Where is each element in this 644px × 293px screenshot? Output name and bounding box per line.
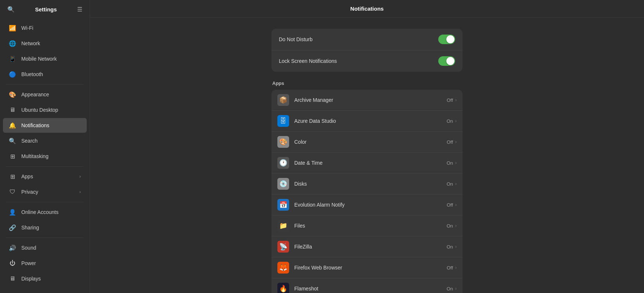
sidebar-item-online-accounts[interactable]: 👤Online Accounts (3, 205, 87, 219)
app-status-azure-data-studio: On (447, 118, 453, 124)
toggle-switch-lock-screen-notifications[interactable] (438, 56, 455, 66)
sidebar-item-label-bluetooth: Bluetooth (21, 71, 81, 77)
search-icon: 🔍 (9, 137, 16, 144)
sidebar: 🔍 Settings ☰ 📶Wi-Fi🌐Network📱Mobile Netwo… (0, 0, 90, 293)
app-status-row-flameshot: On› (447, 286, 457, 292)
displays-icon: 🖥 (9, 275, 16, 282)
app-row-filezilla[interactable]: 📡FileZillaOn› (271, 236, 463, 257)
sidebar-item-label-mobile-network: Mobile Network (21, 56, 81, 62)
sidebar-item-label-sound: Sound (21, 245, 81, 251)
sidebar-item-network[interactable]: 🌐Network (3, 36, 87, 51)
sidebar-item-label-network: Network (21, 40, 81, 46)
sidebar-divider (6, 202, 84, 202)
app-icon-color: 🎨 (277, 136, 289, 148)
sharing-icon: 🔗 (9, 224, 16, 231)
app-status-row-evolution-alarm-notify: Off› (447, 202, 457, 208)
app-chevron-firefox-web-browser: › (455, 265, 457, 270)
app-row-color[interactable]: 🎨ColorOff› (271, 131, 463, 152)
app-status-archive-manager: Off (447, 97, 453, 103)
app-name-archive-manager: Archive Manager (294, 97, 442, 103)
app-row-date-time[interactable]: 🕐Date & TimeOn› (271, 152, 463, 173)
mobile-icon: 📱 (9, 55, 16, 62)
ubuntu-icon: 🖥 (9, 106, 16, 114)
sidebar-item-sound[interactable]: 🔊Sound (3, 240, 87, 255)
apps-icon: ⊞ (9, 173, 16, 180)
sidebar-item-displays[interactable]: 🖥Displays (3, 271, 87, 286)
app-row-disks[interactable]: 💿DisksOn› (271, 173, 463, 194)
sidebar-item-power[interactable]: ⏻Power (3, 256, 87, 271)
apps-card: 📦Archive ManagerOff›🗄Azure Data StudioOn… (271, 90, 463, 293)
app-row-files[interactable]: 📁FilesOn› (271, 215, 463, 236)
sidebar-item-label-search: Search (21, 138, 81, 144)
app-chevron-date-time: › (455, 160, 457, 165)
sidebar-item-wifi[interactable]: 📶Wi-Fi (3, 21, 87, 35)
app-status-evolution-alarm-notify: Off (447, 202, 453, 208)
sidebar-nav: 📶Wi-Fi🌐Network📱Mobile Network🔵Bluetooth🎨… (0, 19, 90, 288)
app-icon-files: 📁 (277, 220, 289, 232)
sidebar-item-label-sharing: Sharing (21, 225, 81, 231)
sidebar-item-label-online-accounts: Online Accounts (21, 209, 81, 215)
sidebar-item-label-displays: Displays (21, 276, 81, 282)
sidebar-divider (6, 166, 84, 167)
app-status-firefox-web-browser: Off (447, 265, 453, 271)
main-content: Do Not DisturbLock Screen Notifications … (90, 18, 644, 293)
app-row-azure-data-studio[interactable]: 🗄Azure Data StudioOn› (271, 110, 463, 131)
app-row-archive-manager[interactable]: 📦Archive ManagerOff› (271, 90, 463, 110)
toggle-switch-do-not-disturb[interactable] (438, 35, 455, 44)
sidebar-item-multitasking[interactable]: ⊞Multitasking (3, 149, 87, 164)
sidebar-title: Settings (35, 6, 57, 12)
app-chevron-files: › (455, 223, 457, 228)
sidebar-item-search[interactable]: 🔍Search (3, 133, 87, 148)
app-name-filezilla: FileZilla (294, 244, 442, 250)
sidebar-item-apps[interactable]: ⊞Apps› (3, 169, 87, 184)
sidebar-item-label-ubuntu-desktop: Ubuntu Desktop (21, 107, 81, 113)
page-title: Notifications (350, 6, 384, 12)
app-status-row-firefox-web-browser: Off› (447, 265, 457, 271)
sidebar-divider (6, 84, 84, 85)
sidebar-item-bluetooth[interactable]: 🔵Bluetooth (3, 67, 87, 82)
sidebar-item-label-power: Power (21, 260, 81, 266)
app-chevron-flameshot: › (455, 286, 457, 291)
toggle-card: Do Not DisturbLock Screen Notifications (271, 29, 463, 72)
app-name-color: Color (294, 139, 442, 145)
app-status-row-filezilla: On› (447, 244, 457, 250)
app-name-date-time: Date & Time (294, 160, 442, 166)
app-status-row-date-time: On› (447, 160, 457, 166)
app-name-evolution-alarm-notify: Evolution Alarm Notify (294, 202, 442, 208)
toggle-label-do-not-disturb: Do Not Disturb (279, 36, 313, 42)
power-icon: ⏻ (9, 260, 16, 267)
search-icon[interactable]: 🔍 (6, 4, 16, 14)
toggle-row-lock-screen-notifications: Lock Screen Notifications (271, 50, 463, 72)
app-icon-flameshot: 🔥 (277, 283, 289, 293)
sidebar-item-privacy[interactable]: 🛡Privacy› (3, 185, 87, 199)
app-icon-disks: 💿 (277, 178, 289, 190)
bluetooth-icon: 🔵 (9, 71, 16, 78)
app-status-row-archive-manager: Off› (447, 97, 457, 103)
app-chevron-azure-data-studio: › (455, 118, 457, 124)
sidebar-item-appearance[interactable]: 🎨Appearance (3, 87, 87, 102)
sidebar-item-notifications[interactable]: 🔔Notifications (3, 118, 87, 133)
sidebar-item-ubuntu-desktop[interactable]: 🖥Ubuntu Desktop (3, 103, 87, 117)
app-chevron-archive-manager: › (455, 97, 457, 103)
app-chevron-disks: › (455, 181, 457, 186)
sidebar-divider (6, 237, 84, 238)
app-status-row-files: On› (447, 223, 457, 229)
app-row-flameshot[interactable]: 🔥FlameshotOn› (271, 278, 463, 293)
app-row-evolution-alarm-notify[interactable]: 📅Evolution Alarm NotifyOff› (271, 194, 463, 215)
sidebar-header: 🔍 Settings ☰ (0, 0, 90, 19)
menu-icon[interactable]: ☰ (76, 4, 84, 14)
app-icon-evolution-alarm-notify: 📅 (277, 199, 289, 211)
privacy-icon: 🛡 (9, 188, 16, 196)
toggle-label-lock-screen-notifications: Lock Screen Notifications (279, 58, 337, 64)
sidebar-item-label-notifications: Notifications (21, 122, 81, 128)
sidebar-item-sharing[interactable]: 🔗Sharing (3, 220, 87, 235)
chevron-right-icon: › (79, 174, 81, 179)
sidebar-item-mobile-network[interactable]: 📱Mobile Network (3, 51, 87, 66)
main-panel: Notifications Do Not DisturbLock Screen … (90, 0, 644, 293)
app-icon-date-time: 🕐 (277, 157, 289, 169)
app-row-firefox-web-browser[interactable]: 🦊Firefox Web BrowserOff› (271, 257, 463, 278)
app-icon-filezilla: 📡 (277, 241, 289, 253)
app-status-row-disks: On› (447, 181, 457, 187)
sidebar-item-label-appearance: Appearance (21, 92, 81, 97)
app-chevron-evolution-alarm-notify: › (455, 202, 457, 207)
